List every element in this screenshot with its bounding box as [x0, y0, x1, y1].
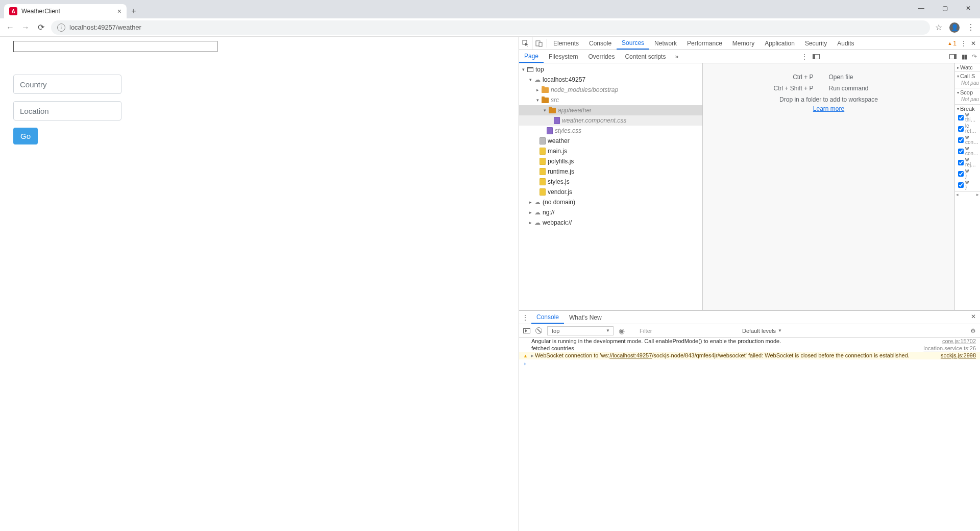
user-avatar-icon[interactable]: 👤 [949, 22, 960, 33]
tree-nodemodules[interactable]: ▸node_modules/bootstrap [519, 85, 702, 95]
inspect-element-icon[interactable] [519, 37, 532, 50]
toggle-navigator-icon[interactable] [813, 54, 820, 59]
breakpoint-item[interactable]: wcon… [957, 134, 978, 146]
tab-performance[interactable]: Performance [682, 37, 727, 50]
country-input[interactable] [13, 75, 121, 94]
tree-weather-css[interactable]: weather.component.css [519, 115, 702, 126]
breakpoint-item[interactable]: lcret… [957, 123, 978, 134]
minimize-button[interactable]: — [910, 0, 933, 16]
top-input-box[interactable] [13, 41, 217, 52]
tree-polyfillsjs[interactable]: polyfills.js [519, 156, 702, 166]
tree-mainjs[interactable]: main.js [519, 146, 702, 156]
tab-audits[interactable]: Audits [832, 37, 859, 50]
tree-runtimejs[interactable]: runtime.js [519, 166, 702, 177]
devtools-close-icon[interactable]: ✕ [971, 40, 976, 47]
tab-memory[interactable]: Memory [727, 37, 760, 50]
close-window-button[interactable]: ✕ [957, 0, 980, 16]
breakpoints-section[interactable]: Break wthi…lcret…wcon…wcon…wrej…w}w} [955, 105, 980, 191]
sources-tab-filesystem[interactable]: Filesystem [544, 50, 583, 63]
forward-button[interactable]: → [20, 23, 31, 32]
sources-options-icon[interactable]: ⋮ [801, 53, 807, 60]
tree-styles-css[interactable]: styles.css [519, 126, 702, 136]
log-source-link[interactable]: sockjs.js:2998 [941, 352, 976, 359]
warnings-badge[interactable]: 1 [947, 40, 957, 47]
learn-more-link[interactable]: Learn more [813, 105, 844, 112]
tree-stylesjs[interactable]: styles.js [519, 177, 702, 187]
bookmark-star-icon[interactable]: ☆ [935, 22, 942, 32]
context-selector[interactable]: top [547, 326, 614, 335]
clear-console-icon[interactable] [535, 327, 542, 334]
sidebar-scrollbar[interactable]: ◂▸ [955, 191, 980, 197]
back-button[interactable]: ← [5, 23, 15, 32]
watch-section[interactable]: Watc [955, 63, 980, 72]
breakpoint-checkbox[interactable] [958, 160, 964, 165]
go-button[interactable]: Go [13, 128, 38, 144]
browser-menu-icon[interactable]: ⋮ [967, 22, 975, 32]
console-messages[interactable]: Angular is running in the development mo… [519, 337, 980, 531]
drawer-tab-console[interactable]: Console [531, 311, 564, 324]
log-levels-selector[interactable]: Default levels [742, 328, 782, 334]
tree-top[interactable]: ▾top [519, 64, 702, 75]
tree-nodomain[interactable]: ▸☁(no domain) [519, 197, 702, 207]
file-tree[interactable]: ▾top ▾☁localhost:49257 ▸node_modules/boo… [519, 63, 703, 310]
tree-webpack[interactable]: ▸☁webpack:// [519, 218, 702, 228]
drawer-tab-whatsnew[interactable]: What's New [564, 311, 607, 324]
tab-title: WeatherClient [21, 8, 60, 15]
new-tab-button[interactable]: + [127, 4, 141, 18]
sources-tab-overrides[interactable]: Overrides [583, 50, 620, 63]
console-settings-icon[interactable]: ⚙ [970, 327, 976, 334]
tree-ng[interactable]: ▸☁ng:// [519, 207, 702, 218]
drawer-close-icon[interactable]: ✕ [971, 313, 976, 320]
tree-vendorjs[interactable]: vendor.js [519, 187, 702, 197]
breakpoint-checkbox[interactable] [958, 149, 964, 154]
tree-src[interactable]: ▾src [519, 95, 702, 105]
log-source-link[interactable]: location.service.ts:26 [923, 345, 976, 351]
console-prompt[interactable]: › [519, 359, 980, 368]
location-input[interactable] [13, 101, 121, 120]
breakpoint-checkbox[interactable] [958, 182, 964, 188]
address-bar[interactable]: i localhost:49257/weather [51, 20, 930, 35]
sources-tab-page[interactable]: Page [519, 50, 544, 63]
breakpoint-item[interactable]: wcon… [957, 146, 978, 157]
drawer-menu-icon[interactable]: ⋮ [519, 311, 531, 324]
breakpoint-item[interactable]: w} [957, 168, 978, 179]
breakpoint-item[interactable]: wthi… [957, 112, 978, 123]
tab-console[interactable]: Console [584, 37, 617, 50]
breakpoint-item[interactable]: wrej… [957, 157, 978, 168]
breakpoint-checkbox[interactable] [958, 126, 964, 132]
cloud-icon: ☁ [534, 76, 541, 83]
log-source-link[interactable]: core.js:15702 [942, 338, 976, 344]
breakpoint-checkbox[interactable] [958, 115, 964, 120]
console-sidebar-icon[interactable] [523, 328, 530, 333]
sources-tabs-more-icon[interactable]: » [671, 50, 682, 63]
device-toolbar-icon[interactable] [532, 37, 546, 50]
step-over-icon[interactable]: ↷ [972, 53, 977, 60]
close-tab-icon[interactable]: × [117, 7, 121, 15]
tab-elements[interactable]: Elements [548, 37, 584, 50]
tab-sources[interactable]: Sources [617, 37, 649, 50]
live-expression-icon[interactable]: ◉ [619, 327, 625, 335]
tab-network[interactable]: Network [649, 37, 682, 50]
tree-weather[interactable]: weather [519, 136, 702, 146]
pause-icon[interactable]: ▮▮ [962, 53, 967, 60]
console-filter-input[interactable] [638, 327, 729, 335]
tree-app-weather[interactable]: ▾app/weather [519, 105, 702, 115]
reload-button[interactable]: ⟳ [36, 22, 46, 32]
tab-security[interactable]: Security [800, 37, 832, 50]
sources-tab-contentscripts[interactable]: Content scripts [620, 50, 671, 63]
tree-host[interactable]: ▾☁localhost:49257 [519, 75, 702, 85]
drawer-tabbar: ⋮ Console What's New ✕ [519, 311, 980, 324]
toggle-debugger-icon[interactable] [949, 54, 957, 59]
devtools-settings-icon[interactable]: ⋮ [961, 40, 967, 47]
breakpoint-checkbox[interactable] [958, 137, 964, 143]
scope-section[interactable]: ScopNot pau [955, 88, 980, 105]
angular-favicon: A [9, 7, 17, 15]
breakpoint-item[interactable]: w} [957, 179, 978, 190]
maximize-button[interactable]: ▢ [933, 0, 957, 16]
browser-tab[interactable]: A WeatherClient × [4, 4, 127, 18]
site-info-icon[interactable]: i [57, 23, 65, 32]
callstack-section[interactable]: Call SNot pau [955, 72, 980, 88]
cloud-icon: ☁ [534, 219, 541, 226]
breakpoint-checkbox[interactable] [958, 171, 964, 177]
tab-application[interactable]: Application [760, 37, 800, 50]
